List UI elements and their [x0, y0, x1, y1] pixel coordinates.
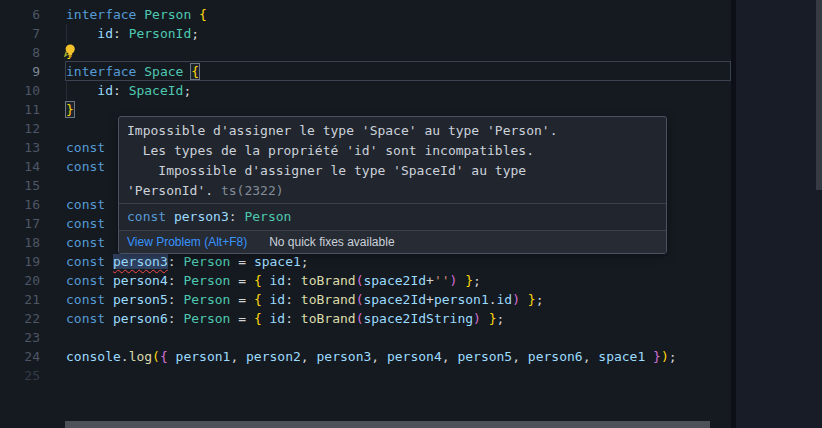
code-token: person3 [113, 254, 168, 269]
code-line[interactable]: 23 [0, 328, 731, 347]
code-token: '' [434, 273, 450, 288]
code-line[interactable]: 7 id: PersonId; [0, 24, 731, 43]
code-token: ( [152, 349, 160, 364]
horizontal-scrollbar-thumb[interactable] [65, 421, 710, 428]
minimap-panel [736, 0, 822, 428]
code-token: space2IdString [363, 311, 473, 326]
line-number[interactable]: 6 [0, 5, 40, 24]
code-token: { [254, 292, 262, 307]
code-line[interactable]: 19const person3: Person = space1; [0, 252, 731, 271]
line-number[interactable]: 16 [0, 195, 40, 214]
line-number[interactable]: 17 [0, 214, 40, 233]
code-text: interface Person { [66, 5, 207, 24]
line-number[interactable]: 20 [0, 271, 40, 290]
code-token [191, 7, 199, 22]
code-token: : [168, 273, 184, 288]
code-token: person1 [176, 349, 231, 364]
code-line[interactable]: 20const person4: Person = { id: toBrand(… [0, 271, 731, 290]
code-token: { [254, 273, 262, 288]
code-token: { [199, 7, 207, 22]
code-token: ; [473, 273, 481, 288]
code-editor: 56interface Person {7 id: PersonId;8}9in… [0, 0, 822, 428]
code-token: + [426, 292, 434, 307]
code-token: ; [191, 26, 199, 41]
error-message-line: 'PersonId'. ts(2322) [127, 181, 658, 201]
code-token: ; [301, 254, 309, 269]
lightbulb-quickfix-icon[interactable] [62, 43, 78, 60]
line-number[interactable]: 15 [0, 176, 40, 195]
code-token: } [528, 292, 536, 307]
code-line[interactable]: 10 id: SpaceId; [0, 81, 731, 100]
code-line[interactable]: 24console.log({ person1, person2, person… [0, 347, 731, 366]
code-token: const [66, 254, 105, 269]
code-token: interface [66, 64, 136, 79]
code-token: id [497, 292, 513, 307]
code-token: const [66, 216, 105, 231]
code-token: , [583, 349, 599, 364]
code-token: const [66, 140, 105, 155]
code-token: SpaceId [129, 83, 184, 98]
error-message-line: Impossible d'assigner le type 'SpaceId' … [127, 161, 658, 181]
line-number[interactable]: 24 [0, 347, 40, 366]
code-token [262, 273, 270, 288]
code-token [168, 349, 176, 364]
code-line[interactable]: 8} [0, 43, 731, 62]
code-text: const person5: Person = { id: toBrand(sp… [66, 290, 544, 309]
code-token: , [371, 349, 387, 364]
code-text: const person4: Person = { id: toBrand(sp… [66, 271, 481, 290]
code-token: } [489, 311, 497, 326]
code-token: ; [669, 349, 677, 364]
code-text: const [66, 233, 105, 252]
code-token: person3 [174, 209, 229, 224]
code-token: console [66, 349, 121, 364]
line-number[interactable]: 11 [0, 100, 40, 119]
code-text: const [66, 138, 105, 157]
line-number[interactable]: 22 [0, 309, 40, 328]
line-number[interactable]: 21 [0, 290, 40, 309]
code-token: = [230, 254, 253, 269]
line-number[interactable]: 14 [0, 157, 40, 176]
code-token: , [442, 349, 458, 364]
code-token: . [121, 349, 129, 364]
code-line[interactable]: 9interface Space { [0, 62, 731, 81]
code-token: : [168, 254, 184, 269]
code-token: person5 [113, 292, 168, 307]
line-number[interactable]: 25 [0, 366, 40, 385]
code-line[interactable]: 6interface Person { [0, 5, 731, 24]
code-token [105, 292, 113, 307]
code-token: Person [183, 311, 230, 326]
code-token: : [285, 311, 301, 326]
code-token: interface [66, 7, 136, 22]
code-token: space1 [254, 254, 301, 269]
code-text: console.log({ person1, person2, person3,… [66, 347, 677, 366]
code-token: : [168, 292, 184, 307]
line-number[interactable]: 19 [0, 252, 40, 271]
code-token [166, 209, 174, 224]
code-text: id: SpaceId; [66, 81, 191, 100]
code-token: { [160, 349, 168, 364]
vertical-scrollbar-thumb[interactable] [816, 0, 822, 190]
code-token: : [168, 311, 184, 326]
code-token: : [113, 83, 129, 98]
view-problem-link[interactable]: View Problem (Alt+F8) [127, 235, 247, 249]
line-number[interactable]: 12 [0, 119, 40, 138]
code-token: Person [244, 209, 291, 224]
code-token [66, 83, 97, 98]
line-number[interactable]: 23 [0, 328, 40, 347]
code-line[interactable]: 22const person6: Person = { id: toBrand(… [0, 309, 731, 328]
code-token: person4 [387, 349, 442, 364]
code-line[interactable]: 21const person5: Person = { id: toBrand(… [0, 290, 731, 309]
code-token [262, 292, 270, 307]
code-token: const [127, 209, 166, 224]
line-number[interactable]: 7 [0, 24, 40, 43]
code-line[interactable]: 25 [0, 366, 731, 385]
line-number[interactable]: 9 [0, 62, 40, 81]
code-token: person6 [113, 311, 168, 326]
code-token: space2Id [363, 273, 426, 288]
code-token: { [254, 311, 262, 326]
line-number[interactable]: 10 [0, 81, 40, 100]
line-number[interactable]: 18 [0, 233, 40, 252]
line-number[interactable]: 13 [0, 138, 40, 157]
code-token: id [270, 292, 286, 307]
line-number[interactable]: 8 [0, 43, 40, 62]
